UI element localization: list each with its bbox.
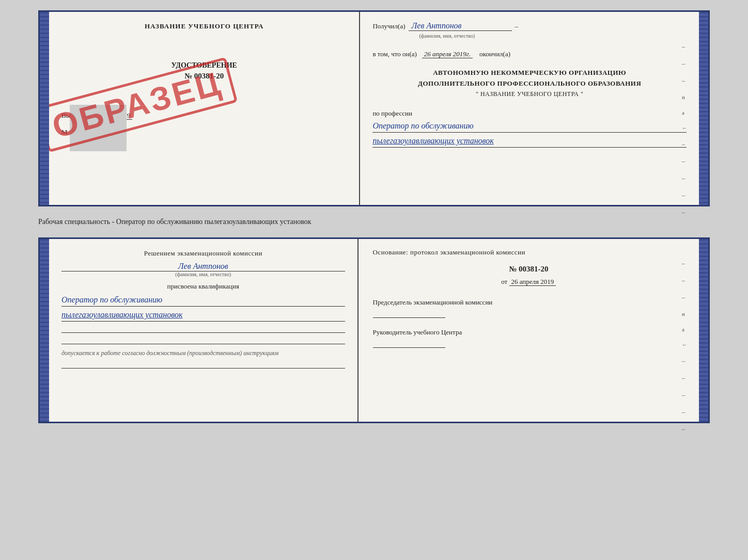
name-hint-top: (фамилия, имя, отчество) [419,33,687,39]
certificate-number: № 00381-20 [61,72,347,81]
admitted-text-content: допускается к работе согласно должностны… [61,349,278,357]
received-label: Получил(а) [372,22,405,30]
bottom-right-panel: – – – и а ← – – – – – Основание: протоко… [359,239,699,422]
finished-label: окончил(а) [479,50,510,58]
certificate-type-label: УДОСТОВЕРЕНИЕ [61,61,347,70]
profession-line1: Оператор по обслуживанию [372,120,687,133]
assigned-qual-label: присвоена квалификация [61,282,345,291]
top-right-panel: – – – и а ← – – – – – Получил(а) Лев Ант… [360,12,699,205]
decision-header: Решением экзаменационной комиссии [61,249,345,258]
director-block: Руководитель учебного Центра [373,328,684,348]
admitted-text: допускается к работе согласно должностны… [61,349,345,357]
dash-after-name: – [515,22,519,30]
bottom-spine-left [40,239,49,422]
bottom-left-panel: Решением экзаменационной комиссии Лев Ан… [49,239,359,422]
decision-name-hint: (фамилия, имя, отчество) [61,271,345,277]
received-name: Лев Антпонов [409,21,512,31]
blank-line-2 [61,337,345,344]
protocol-date-value: 26 апреля 2019 [509,278,556,286]
protocol-number: № 00381-20 [373,265,684,274]
school-name-header: НАЗВАНИЕ УЧЕБНОГО ЦЕНТРА [61,22,347,30]
completion-date: 26 апреля 2019г. [422,50,473,58]
qual-line1: Оператор по обслуживанию [61,294,345,307]
decision-person-name: Лев Антпонов [61,262,345,271]
qual-line2: пылегазоулавливающих установок [61,309,345,322]
separator-label: Рабочая специальность - Оператор по обсл… [38,216,311,228]
side-dashes-bottom: – – – и а ← – – – – – [682,260,688,433]
chairman-label: Председатель экзаменационной комиссии [373,298,684,307]
top-left-panel: НАЗВАНИЕ УЧЕБНОГО ЦЕНТРА ОБРАЗЕЦ УДОСТОВ… [49,12,360,205]
profession-block: по профессии Оператор по обслуживанию пы… [372,109,687,148]
received-line: Получил(а) Лев Антпонов – [372,21,687,31]
in-that-line: в том, что он(а) 26 апреля 2019г. окончи… [372,50,687,58]
spine-left-decoration [40,12,49,205]
spine-right-decoration [699,12,708,205]
org-block: АВТОНОМНУЮ НЕКОММЕРЧЕСКУЮ ОРГАНИЗАЦИЮ ДО… [372,68,687,99]
blank-line-1 [61,326,345,333]
chairman-block: Председатель экзаменационной комиссии [373,298,684,318]
chairman-sign-line [373,311,445,318]
basis-header: Основание: протокол экзаменационной коми… [373,248,684,257]
director-label: Руководитель учебного Центра [373,328,684,337]
blank-line-3 [61,361,345,369]
protocol-date: от 26 апреля 2019 [373,278,684,286]
org-name: " НАЗВАНИЕ УЧЕБНОГО ЦЕНТРА " [372,89,687,99]
profession-label: по профессии [372,109,412,117]
director-sign-line [373,341,445,348]
profession-line2: пылегазоулавливающих установок [372,135,687,148]
org-line1: АВТОНОМНУЮ НЕКОММЕРЧЕСКУЮ ОРГАНИЗАЦИЮ [372,68,687,78]
bottom-spine-right [699,239,708,422]
photo-placeholder [70,105,127,151]
bottom-document: Решением экзаменационной комиссии Лев Ан… [38,237,710,423]
protocol-date-prefix: от [501,278,507,285]
in-that-label: в том, что он(а) [372,50,417,58]
side-dashes-top: – – – и а ← – – – – – [682,43,688,216]
top-document: НАЗВАНИЕ УЧЕБНОГО ЦЕНТРА ОБРАЗЕЦ УДОСТОВ… [38,10,710,206]
org-line2: ДОПОЛНИТЕЛЬНОГО ПРОФЕССИОНАЛЬНОГО ОБРАЗО… [372,78,687,89]
